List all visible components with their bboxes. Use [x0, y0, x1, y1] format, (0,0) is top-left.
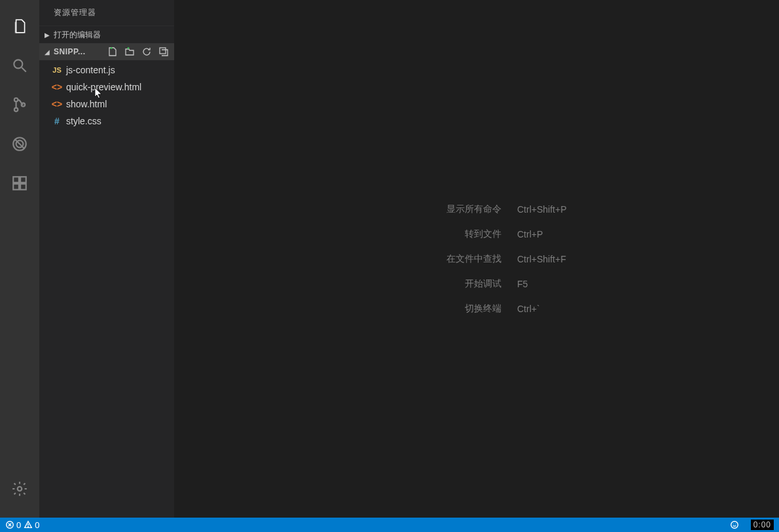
- errors-count: 0: [16, 520, 21, 530]
- activity-bottom-icons: [0, 469, 39, 518]
- gear-icon[interactable]: [0, 469, 39, 508]
- files-icon[interactable]: [0, 7, 39, 46]
- js-file-icon: JS: [51, 64, 63, 76]
- hint-row: 在文件中查找 Ctrl+Shift+F: [331, 253, 622, 265]
- svg-rect-13: [160, 48, 166, 54]
- hint-row: 转到文件 Ctrl+P: [331, 228, 622, 240]
- html-file-icon: <>: [51, 81, 63, 93]
- hint-key: Ctrl+P: [517, 229, 622, 239]
- hint-label: 显示所有命令: [331, 204, 501, 215]
- main-layout: 资源管理器 ▶ 打开的编辑器 ◢ SNIPP...: [0, 0, 779, 518]
- hint-row: 开始调试 F5: [331, 278, 622, 290]
- file-tree: JS js-content.js <> quick-preview.html <…: [39, 60, 174, 130]
- activity-bar: [0, 0, 39, 518]
- svg-point-18: [28, 527, 29, 527]
- extensions-icon[interactable]: [0, 164, 39, 203]
- svg-point-21: [735, 523, 736, 524]
- hint-key: Ctrl+Shift+F: [517, 254, 622, 264]
- hint-label: 转到文件: [331, 228, 501, 240]
- refresh-icon[interactable]: [141, 46, 152, 57]
- collapse-all-icon[interactable]: [158, 46, 169, 57]
- svg-point-0: [14, 60, 22, 68]
- chevron-down-icon: ◢: [43, 48, 51, 56]
- file-row[interactable]: # style.css: [39, 113, 174, 130]
- hint-key: Ctrl+Shift+P: [517, 204, 622, 215]
- file-name-label: show.html: [66, 99, 107, 109]
- feedback-icon[interactable]: [730, 520, 739, 529]
- hint-row: 切换终端 Ctrl+`: [331, 303, 622, 315]
- svg-point-12: [18, 487, 22, 491]
- search-icon[interactable]: [0, 46, 39, 85]
- scm-icon[interactable]: [0, 85, 39, 124]
- file-name-label: style.css: [66, 116, 101, 126]
- svg-point-3: [14, 108, 18, 111]
- sidebar-title: 资源管理器: [39, 0, 174, 26]
- file-row[interactable]: JS js-content.js: [39, 62, 174, 79]
- status-bar: 0 0 0:00: [0, 518, 779, 532]
- welcome-hints: 显示所有命令 Ctrl+Shift+P 转到文件 Ctrl+P 在文件中查找 C…: [331, 204, 622, 315]
- debug-icon[interactable]: [0, 124, 39, 164]
- svg-point-20: [733, 523, 733, 524]
- open-editors-label: 打开的编辑器: [54, 29, 101, 41]
- folder-section-header[interactable]: ◢ SNIPP...: [39, 43, 174, 60]
- svg-point-19: [731, 522, 738, 529]
- html-file-icon: <>: [51, 98, 63, 110]
- svg-rect-10: [13, 184, 19, 190]
- new-file-icon[interactable]: [107, 46, 118, 57]
- new-folder-icon[interactable]: [124, 46, 135, 57]
- css-file-icon: #: [51, 115, 63, 127]
- folder-name-label: SNIPP...: [54, 47, 107, 56]
- hint-label: 切换终端: [331, 303, 501, 315]
- svg-line-1: [22, 67, 26, 72]
- hint-key: F5: [517, 279, 622, 289]
- file-name-label: js-content.js: [66, 65, 115, 75]
- hint-label: 在文件中查找: [331, 253, 501, 265]
- open-editors-section[interactable]: ▶ 打开的编辑器: [39, 26, 174, 43]
- file-row[interactable]: <> show.html: [39, 96, 174, 113]
- svg-rect-9: [20, 177, 26, 183]
- explorer-sidebar: 资源管理器 ▶ 打开的编辑器 ◢ SNIPP...: [39, 0, 174, 518]
- svg-point-2: [14, 98, 18, 101]
- status-left-group: 0 0: [5, 520, 730, 530]
- warnings-count: 0: [35, 520, 39, 530]
- editor-area: 显示所有命令 Ctrl+Shift+P 转到文件 Ctrl+P 在文件中查找 C…: [174, 0, 779, 518]
- warnings-status[interactable]: 0: [24, 520, 39, 530]
- svg-rect-11: [20, 184, 26, 190]
- svg-rect-8: [13, 177, 19, 183]
- hint-row: 显示所有命令 Ctrl+Shift+P: [331, 204, 622, 215]
- hint-key: Ctrl+`: [517, 304, 622, 314]
- hint-label: 开始调试: [331, 278, 501, 290]
- time-indicator[interactable]: 0:00: [751, 520, 774, 530]
- file-name-label: quick-preview.html: [66, 82, 141, 92]
- errors-status[interactable]: 0: [5, 520, 21, 530]
- chevron-right-icon: ▶: [43, 31, 51, 39]
- activity-top-icons: [0, 7, 39, 469]
- file-row[interactable]: <> quick-preview.html: [39, 79, 174, 96]
- folder-action-icons: [107, 46, 174, 57]
- status-right-group: 0:00: [730, 520, 774, 530]
